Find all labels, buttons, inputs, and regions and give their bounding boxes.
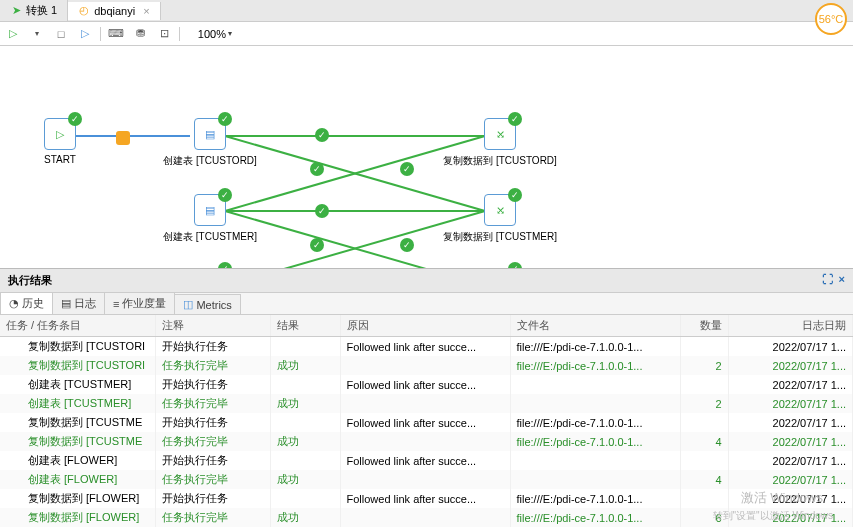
node-copy-tcustord[interactable]: ⤩✓ 复制数据到 [TCUSTORD] [440,118,560,168]
cell-reason: Followed link after succe... [340,337,510,357]
cell-qty: 4 [680,470,728,489]
cell-date: 2022/07/17 1... [728,375,853,394]
cell-file: file:///E:/pdi-ce-7.1.0.0-1... [510,432,680,451]
sql-button[interactable]: ⌨ [107,25,125,43]
cell-file: file:///E:/pdi-ce-7.1.0.0-1... [510,489,680,508]
results-table[interactable]: 任务 / 任务条目 注释 结果 原因 文件名 数量 日志日期 复制数据到 [TC… [0,315,853,527]
stop-button[interactable]: □ [52,25,70,43]
results-tabs: ◔历史 ▤日志 ≡作业度量 ◫Metrics [0,293,853,315]
close-icon[interactable]: × [839,273,845,288]
cell-result: 成功 [270,394,340,413]
cell-date: 2022/07/17 1... [728,394,853,413]
dropdown-icon[interactable]: ▾ [28,25,46,43]
table-row[interactable]: 创建表 [TCUSTMER]任务执行完毕成功22022/07/17 1... [0,394,853,413]
cell-task: 复制数据到 [TCUSTORI [0,356,155,375]
cell-qty: 4 [680,432,728,451]
cell-note: 开始执行任务 [155,337,270,357]
node-create-tcustord[interactable]: ▤✓ 创建表 [TCUSTORD] [150,118,270,168]
cell-date: 2022/07/17 1... [728,489,853,508]
zoom-control[interactable]: ▾ [186,28,232,40]
node-copy-tcustmer[interactable]: ⤩✓ 复制数据到 [TCUSTMER] [440,194,560,244]
node-start[interactable]: ▷✓ START [0,118,120,165]
cell-result: 成功 [270,356,340,375]
col-reason[interactable]: 原因 [340,315,510,337]
cell-date: 2022/07/17 1... [728,451,853,470]
cell-task: 创建表 [FLOWER] [0,451,155,470]
flow-canvas[interactable]: ✓ ✓ ✓ ✓ ✓ ✓ ✓ ▷✓ START ▤✓ 创建表 [TCUSTORD]… [0,46,853,268]
tab-history[interactable]: ◔历史 [0,292,53,314]
col-note[interactable]: 注释 [155,315,270,337]
close-icon[interactable]: × [143,5,149,17]
cell-qty [680,489,728,508]
cell-result [270,451,340,470]
cell-file: file:///E:/pdi-ce-7.1.0.0-1... [510,508,680,527]
tab-bar: ➤ 转换 1 ◴ dbqianyi × 56°C [0,0,853,22]
table-row[interactable]: 创建表 [FLOWER]开始执行任务Followed link after su… [0,451,853,470]
cell-file: file:///E:/pdi-ce-7.1.0.0-1... [510,413,680,432]
cell-file [510,451,680,470]
chevron-down-icon[interactable]: ▾ [228,29,232,38]
tab-metrics[interactable]: ◫Metrics [174,294,240,314]
run-button[interactable]: ▷ [4,25,22,43]
cell-note: 开始执行任务 [155,451,270,470]
cell-file [510,375,680,394]
cell-result [270,337,340,357]
cell-result: 成功 [270,508,340,527]
arrow-icon: ➤ [10,5,22,17]
zoom-input[interactable] [186,28,226,40]
cell-qty [680,337,728,357]
cell-date: 2022/07/17 1... [728,432,853,451]
table-row[interactable]: 复制数据到 [TCUSTORI开始执行任务Followed link after… [0,337,853,357]
tab-label: 转换 1 [26,3,57,18]
doc-icon: ▤ [61,297,71,310]
col-date[interactable]: 日志日期 [728,315,853,337]
cell-task: 复制数据到 [TCUSTME [0,413,155,432]
tab-log[interactable]: ▤日志 [52,292,105,314]
cell-note: 任务执行完毕 [155,470,270,489]
db-button[interactable]: ⛃ [131,25,149,43]
table-row[interactable]: 复制数据到 [TCUSTME任务执行完毕成功file:///E:/pdi-ce-… [0,432,853,451]
tab-job-metrics[interactable]: ≡作业度量 [104,292,175,314]
table-row[interactable]: 创建表 [TCUSTMER]开始执行任务Followed link after … [0,375,853,394]
preview-button[interactable]: ▷ [76,25,94,43]
cell-note: 开始执行任务 [155,375,270,394]
cell-note: 开始执行任务 [155,413,270,432]
cell-reason [340,356,510,375]
cell-note: 开始执行任务 [155,489,270,508]
cell-qty [680,413,728,432]
cell-result: 成功 [270,470,340,489]
col-file[interactable]: 文件名 [510,315,680,337]
cell-task: 复制数据到 [FLOWER] [0,508,155,527]
chart-icon: ◫ [183,298,193,311]
cell-task: 创建表 [TCUSTMER] [0,375,155,394]
table-row[interactable]: 创建表 [FLOWER]任务执行完毕成功42022/07/17 1... [0,470,853,489]
col-qty[interactable]: 数量 [680,315,728,337]
cell-note: 任务执行完毕 [155,356,270,375]
table-row[interactable]: 复制数据到 [FLOWER]任务执行完毕成功file:///E:/pdi-ce-… [0,508,853,527]
col-result[interactable]: 结果 [270,315,340,337]
tab-dbqianyi[interactable]: ◴ dbqianyi × [68,2,160,20]
cell-reason: Followed link after succe... [340,413,510,432]
link-check-icon: ✓ [315,128,329,142]
bars-icon: ≡ [113,298,119,310]
cell-reason [340,432,510,451]
cell-date: 2022/07/17 1... [728,413,853,432]
link-check-icon: ✓ [315,204,329,218]
expand-icon[interactable]: ⛶ [822,273,833,288]
cell-reason [340,508,510,527]
separator [100,27,101,41]
tab-transform-1[interactable]: ➤ 转换 1 [0,0,68,21]
cell-result [270,413,340,432]
table-row[interactable]: 复制数据到 [TCUSTME开始执行任务Followed link after … [0,413,853,432]
table-row[interactable]: 复制数据到 [TCUSTORI任务执行完毕成功file:///E:/pdi-ce… [0,356,853,375]
node-create-tcustmer[interactable]: ▤✓ 创建表 [TCUSTMER] [150,194,270,244]
cell-qty: 6 [680,508,728,527]
cell-reason: Followed link after succe... [340,375,510,394]
col-task[interactable]: 任务 / 任务条目 [0,315,155,337]
cell-task: 复制数据到 [TCUSTORI [0,337,155,357]
link-check-icon: ✓ [400,238,414,252]
temperature-badge: 56°C [815,3,847,35]
table-row[interactable]: 复制数据到 [FLOWER]开始执行任务Followed link after … [0,489,853,508]
snap-button[interactable]: ⊡ [155,25,173,43]
cell-note: 任务执行完毕 [155,394,270,413]
